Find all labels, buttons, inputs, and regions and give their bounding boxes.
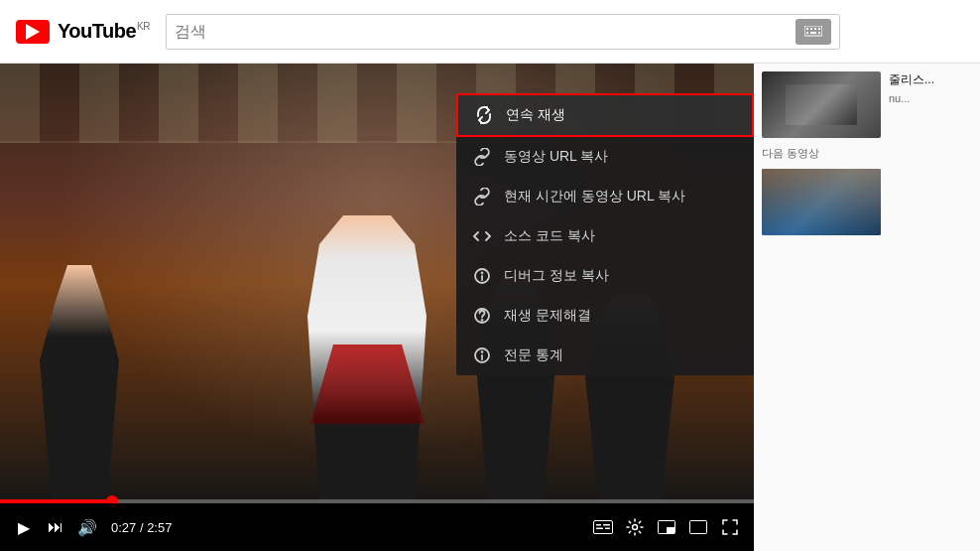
sidebar: 줄리스... nu... 다음 동영상 [754, 64, 980, 551]
menu-item-playback[interactable]: 재생 문제해결 [456, 296, 754, 336]
context-menu: 연속 재생 동영상 URL 복사 [456, 93, 754, 375]
sidebar-item-1[interactable]: 줄리스... nu... [762, 71, 972, 138]
header: YouTubeKR [0, 0, 980, 64]
logo-area[interactable]: YouTubeKR [16, 20, 150, 44]
svg-rect-6 [810, 32, 816, 34]
svg-rect-16 [690, 521, 707, 534]
menu-item-debug[interactable]: 디버그 정보 복사 [456, 256, 754, 296]
svg-rect-7 [818, 32, 820, 34]
svg-rect-2 [810, 28, 812, 30]
logo-text: YouTube [58, 20, 136, 42]
yt-play-triangle [26, 24, 40, 40]
menu-item-debug-label: 디버그 정보 복사 [504, 267, 609, 285]
link-icon [472, 147, 492, 167]
controls-right [591, 515, 742, 539]
play-button[interactable]: ▶ [12, 515, 36, 539]
svg-point-19 [482, 273, 483, 274]
svg-rect-9 [596, 524, 601, 526]
fullscreen-button[interactable] [718, 515, 742, 539]
menu-item-copy-source-label: 소스 코드 복사 [504, 227, 595, 245]
menu-item-stats-label: 전문 통계 [504, 346, 563, 364]
time-display: 0:27 / 2:57 [111, 520, 172, 535]
svg-rect-0 [804, 26, 822, 36]
miniplayer-button[interactable] [655, 515, 678, 539]
loop-icon [474, 105, 494, 125]
info-icon [472, 345, 492, 365]
sidebar-thumb-2 [762, 169, 881, 235]
sidebar-thumb-1 [762, 71, 881, 138]
svg-rect-1 [806, 28, 808, 30]
svg-rect-4 [818, 28, 820, 30]
menu-item-copy-source[interactable]: 소스 코드 복사 [456, 216, 754, 256]
logo-suffix: KR [137, 21, 150, 32]
volume-button[interactable]: 🔊 [75, 515, 99, 539]
main-area: ▶ ⏭ 🔊 0:27 / 2:57 [0, 64, 980, 551]
next-button[interactable]: ⏭ [44, 515, 67, 539]
youtube-logo-icon [16, 20, 50, 44]
svg-rect-11 [596, 528, 603, 530]
next-video-label: 다음 동영상 [762, 146, 972, 161]
svg-rect-15 [667, 527, 674, 533]
subtitle-button[interactable] [591, 515, 615, 539]
svg-rect-12 [605, 528, 610, 530]
yt-logo-box [16, 20, 50, 44]
svg-rect-5 [806, 32, 808, 34]
theater-button[interactable] [686, 515, 710, 539]
menu-item-copy-url[interactable]: 동영상 URL 복사 [456, 137, 754, 177]
menu-item-playback-label: 재생 문제해결 [504, 307, 591, 325]
svg-point-24 [482, 351, 483, 352]
controls-bar: ▶ ⏭ 🔊 0:27 / 2:57 [0, 503, 754, 551]
search-bar [166, 14, 840, 50]
help-icon [472, 306, 492, 326]
menu-item-copy-url-label: 동영상 URL 복사 [504, 148, 608, 166]
sidebar-item-2[interactable] [762, 169, 972, 235]
search-input[interactable] [175, 23, 792, 41]
video-container[interactable]: ▶ ⏭ 🔊 0:27 / 2:57 [0, 64, 754, 551]
person-left [40, 265, 119, 503]
svg-rect-10 [603, 524, 610, 526]
source-icon [472, 226, 492, 246]
sidebar-info-1: 줄리스... nu... [889, 71, 972, 138]
menu-item-loop[interactable]: 연속 재생 [456, 93, 754, 137]
svg-rect-8 [594, 521, 613, 534]
menu-item-loop-label: 연속 재생 [506, 106, 565, 124]
sidebar-title-1: 줄리스... [889, 71, 972, 88]
debug-icon [472, 266, 492, 286]
sidebar-info-2 [889, 169, 972, 235]
svg-rect-3 [814, 28, 816, 30]
menu-item-copy-url-time-label: 현재 시간에 동영상 URL 복사 [504, 188, 685, 206]
svg-point-13 [633, 525, 638, 530]
keyboard-icon[interactable] [796, 19, 831, 45]
svg-point-21 [482, 320, 483, 321]
link-time-icon [472, 187, 492, 207]
sidebar-channel-1: nu... [889, 92, 972, 104]
youtube-wordmark: YouTubeKR [58, 20, 150, 43]
menu-item-stats[interactable]: 전문 통계 [456, 336, 754, 375]
menu-item-copy-url-time[interactable]: 현재 시간에 동영상 URL 복사 [456, 177, 754, 216]
settings-button[interactable] [623, 515, 647, 539]
